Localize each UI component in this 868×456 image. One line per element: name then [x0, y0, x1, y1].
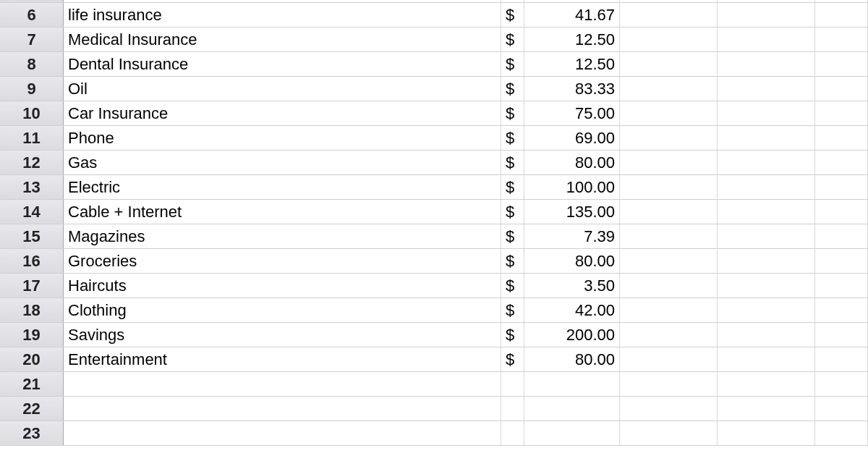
- row-header[interactable]: 8: [0, 52, 64, 76]
- cell-currency[interactable]: $: [501, 323, 524, 347]
- cell-empty[interactable]: [815, 323, 868, 347]
- cell-empty[interactable]: [718, 0, 815, 2]
- cell-amount[interactable]: [524, 421, 620, 445]
- cell-amount[interactable]: 75.00: [524, 101, 620, 125]
- cell-label[interactable]: Medical Insurance: [64, 28, 501, 51]
- cell-amount[interactable]: 42.00: [524, 298, 620, 322]
- cell-amount[interactable]: 12.50: [524, 52, 620, 76]
- cell-empty[interactable]: [718, 101, 815, 125]
- cell-empty[interactable]: [620, 3, 718, 27]
- cell-label[interactable]: Savings: [64, 323, 501, 347]
- cell-empty[interactable]: [620, 0, 718, 2]
- cell-amount[interactable]: 69.00: [524, 126, 620, 150]
- cell-currency[interactable]: $: [501, 52, 524, 76]
- row-header[interactable]: 10: [0, 101, 64, 125]
- cell-amount[interactable]: 3.50: [524, 274, 620, 297]
- cell-amount[interactable]: 80.00: [524, 347, 620, 371]
- cell-empty[interactable]: [718, 175, 815, 199]
- cell-empty[interactable]: [620, 224, 718, 248]
- cell-empty[interactable]: [620, 151, 718, 174]
- cell-empty[interactable]: [620, 347, 718, 371]
- cell-amount[interactable]: 41.67: [524, 3, 620, 27]
- cell-empty[interactable]: [718, 126, 815, 150]
- cell-empty[interactable]: [620, 28, 718, 51]
- cell-currency[interactable]: $: [501, 151, 524, 174]
- cell-empty[interactable]: [815, 101, 868, 125]
- cell-empty[interactable]: [718, 77, 815, 101]
- cell-label[interactable]: Cable + Internet: [64, 200, 501, 224]
- row-header[interactable]: 5: [0, 0, 64, 2]
- cell-empty[interactable]: [718, 397, 815, 421]
- row-header[interactable]: 13: [0, 175, 64, 199]
- cell-amount[interactable]: 12.50: [524, 28, 620, 51]
- cell-currency[interactable]: $: [501, 200, 524, 224]
- row-header[interactable]: 9: [0, 77, 64, 101]
- cell-empty[interactable]: [815, 28, 868, 51]
- cell-empty[interactable]: [620, 77, 718, 101]
- row-header[interactable]: 14: [0, 200, 64, 224]
- cell-empty[interactable]: [815, 347, 868, 371]
- cell-amount[interactable]: [524, 372, 620, 396]
- cell-empty[interactable]: [620, 323, 718, 347]
- cell-empty[interactable]: [815, 274, 868, 297]
- cell-empty[interactable]: [718, 200, 815, 224]
- cell-label[interactable]: Haircuts: [64, 274, 501, 297]
- cell-currency[interactable]: $: [501, 126, 524, 150]
- cell-currency[interactable]: $: [501, 3, 524, 27]
- row-header[interactable]: 20: [0, 347, 64, 371]
- row-header[interactable]: 21: [0, 372, 64, 396]
- cell-currency[interactable]: $: [501, 298, 524, 322]
- cell-empty[interactable]: [620, 274, 718, 297]
- cell-currency[interactable]: $: [501, 0, 524, 2]
- row-header[interactable]: 11: [0, 126, 64, 150]
- cell-currency[interactable]: $: [501, 28, 524, 51]
- cell-currency[interactable]: $: [501, 249, 524, 273]
- row-header[interactable]: 23: [0, 421, 64, 445]
- cell-label[interactable]: Gas: [64, 151, 501, 174]
- cell-label[interactable]: Dental Insurance: [64, 52, 501, 76]
- cell-empty[interactable]: [718, 28, 815, 51]
- cell-label[interactable]: Magazines: [64, 224, 501, 248]
- cell-currency[interactable]: $: [501, 77, 524, 101]
- cell-empty[interactable]: [815, 224, 868, 248]
- cell-amount[interactable]: 80.00: [524, 249, 620, 273]
- cell-amount[interactable]: 135.00: [524, 200, 620, 224]
- cell-empty[interactable]: [718, 347, 815, 371]
- cell-empty[interactable]: [620, 397, 718, 421]
- row-header[interactable]: 12: [0, 151, 64, 174]
- cell-empty[interactable]: [620, 200, 718, 224]
- cell-empty[interactable]: [815, 3, 868, 27]
- cell-amount[interactable]: 80.00: [524, 151, 620, 174]
- cell-currency[interactable]: $: [501, 101, 524, 125]
- cell-empty[interactable]: [815, 200, 868, 224]
- row-header[interactable]: 15: [0, 224, 64, 248]
- cell-empty[interactable]: [620, 175, 718, 199]
- cell-currency[interactable]: [501, 397, 524, 421]
- cell-empty[interactable]: [718, 3, 815, 27]
- cell-empty[interactable]: [815, 151, 868, 174]
- cell-empty[interactable]: [815, 0, 868, 2]
- cell-currency[interactable]: [501, 372, 524, 396]
- cell-label[interactable]: Car Insurance: [64, 101, 501, 125]
- cell-empty[interactable]: [718, 249, 815, 273]
- cell-empty[interactable]: [620, 298, 718, 322]
- cell-empty[interactable]: [815, 397, 868, 421]
- cell-empty[interactable]: [815, 175, 868, 199]
- cell-label[interactable]: Oil: [64, 77, 501, 101]
- cell-amount[interactable]: 100.00: [524, 175, 620, 199]
- row-header[interactable]: 7: [0, 28, 64, 51]
- cell-empty[interactable]: [815, 77, 868, 101]
- cell-empty[interactable]: [718, 52, 815, 76]
- row-header[interactable]: 22: [0, 397, 64, 421]
- cell-empty[interactable]: [815, 249, 868, 273]
- cell-currency[interactable]: $: [501, 175, 524, 199]
- cell-label[interactable]: Entertainment: [64, 347, 501, 371]
- spreadsheet-grid[interactable]: 5 Mortgage, PMI, ins, tax $ 1,010.00 6 l…: [0, 0, 868, 446]
- cell-amount[interactable]: [524, 397, 620, 421]
- cell-label[interactable]: Mortgage, PMI, ins, tax: [64, 0, 501, 2]
- cell-empty[interactable]: [815, 421, 868, 445]
- cell-empty[interactable]: [718, 323, 815, 347]
- cell-label[interactable]: Phone: [64, 126, 501, 150]
- cell-empty[interactable]: [620, 372, 718, 396]
- cell-currency[interactable]: $: [501, 224, 524, 248]
